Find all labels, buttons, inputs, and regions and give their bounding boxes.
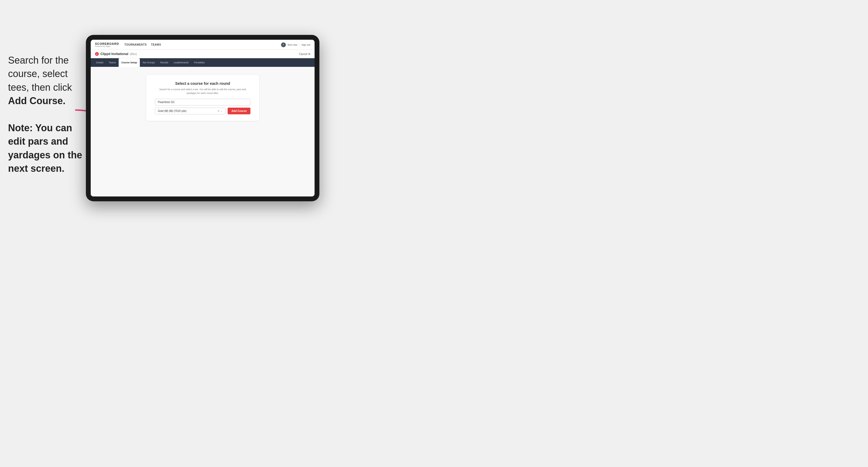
course-search-input[interactable] (155, 99, 250, 105)
tab-tee-groups[interactable]: Tee Groups (140, 58, 158, 67)
tournament-name: Clippd Invitational (100, 52, 128, 56)
clear-icon[interactable]: ✕ (217, 110, 220, 113)
tab-details[interactable]: Details (93, 58, 106, 67)
tablet-screen: SCOREBOARD Powered by clippd TOURNAMENTS… (91, 40, 315, 196)
add-course-button[interactable]: Add Course (227, 107, 250, 114)
tournament-title: C Clippd Invitational (Men) (95, 52, 137, 56)
user-name: Test User (287, 43, 298, 46)
main-content: Select a course for each round Search fo… (91, 67, 315, 196)
tablet-frame: SCOREBOARD Powered by clippd TOURNAMENTS… (86, 35, 319, 201)
nav-teams[interactable]: TEAMS (151, 43, 161, 46)
tab-results[interactable]: Results (158, 58, 171, 67)
logo: SCOREBOARD Powered by clippd (95, 42, 119, 48)
nav-right: T Test User | Sign out (281, 42, 310, 47)
top-navigation: SCOREBOARD Powered by clippd TOURNAMENTS… (91, 40, 315, 50)
chevron-down-icon[interactable]: ⌄ (220, 110, 222, 113)
cancel-button[interactable]: Cancel ✕ (299, 53, 310, 56)
card-subtitle: Search for a course and select a tee. Yo… (155, 88, 250, 95)
sign-out-link[interactable]: Sign out (302, 43, 310, 46)
tab-leaderboards[interactable]: Leaderboards (171, 58, 191, 67)
logo-subtext: Powered by clippd (95, 45, 119, 48)
note-text: Note: You can edit pars and yardages on … (8, 122, 82, 174)
tee-select-value: Gold (M) (M) (7010 yds) (158, 110, 217, 113)
logo-text: SCOREBOARD (95, 42, 119, 45)
instructions-panel: Search for the course, select tees, then… (8, 54, 86, 176)
tab-printables[interactable]: Printables (191, 58, 208, 67)
tee-select-row: Gold (M) (M) (7010 yds) ✕ ⌄ Add Course (155, 107, 250, 114)
card-title: Select a course for each round (155, 81, 250, 86)
tab-bar: Details Teams Course Setup Tee Groups Re… (91, 58, 315, 67)
course-setup-card: Select a course for each round Search fo… (146, 75, 259, 121)
tee-select-controls: ✕ ⌄ (217, 110, 222, 113)
nav-links: TOURNAMENTS TEAMS (124, 43, 161, 46)
tee-select[interactable]: Gold (M) (M) (7010 yds) ✕ ⌄ (155, 107, 225, 114)
tab-teams[interactable]: Teams (106, 58, 119, 67)
instruction-text: Search for the course, select tees, then… (8, 55, 72, 106)
tournament-header: C Clippd Invitational (Men) Cancel ✕ (91, 50, 315, 58)
nav-tournaments[interactable]: TOURNAMENTS (124, 43, 147, 46)
tournament-type: (Men) (130, 53, 137, 56)
tab-course-setup[interactable]: Course Setup (119, 58, 140, 67)
nav-left: SCOREBOARD Powered by clippd TOURNAMENTS… (95, 42, 161, 48)
user-avatar: T (281, 42, 286, 47)
tournament-icon: C (95, 52, 99, 56)
nav-pipe: | (299, 43, 300, 46)
